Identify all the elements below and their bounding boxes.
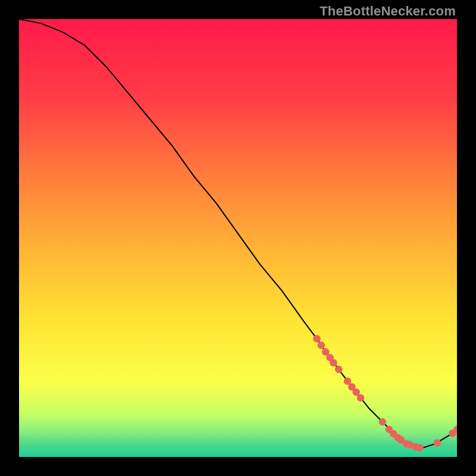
chart-svg <box>19 19 457 457</box>
data-marker <box>357 394 365 402</box>
chart-area <box>19 19 457 457</box>
data-marker <box>318 342 325 349</box>
watermark-text: TheBottleNecker.com <box>320 4 456 19</box>
data-marker <box>416 444 424 452</box>
data-marker <box>335 366 343 374</box>
data-marker <box>330 359 337 367</box>
data-marker <box>379 418 387 426</box>
bottleneck-curve <box>19 19 457 448</box>
data-marker <box>434 439 441 447</box>
marker-group <box>313 335 457 452</box>
data-marker <box>313 335 321 343</box>
